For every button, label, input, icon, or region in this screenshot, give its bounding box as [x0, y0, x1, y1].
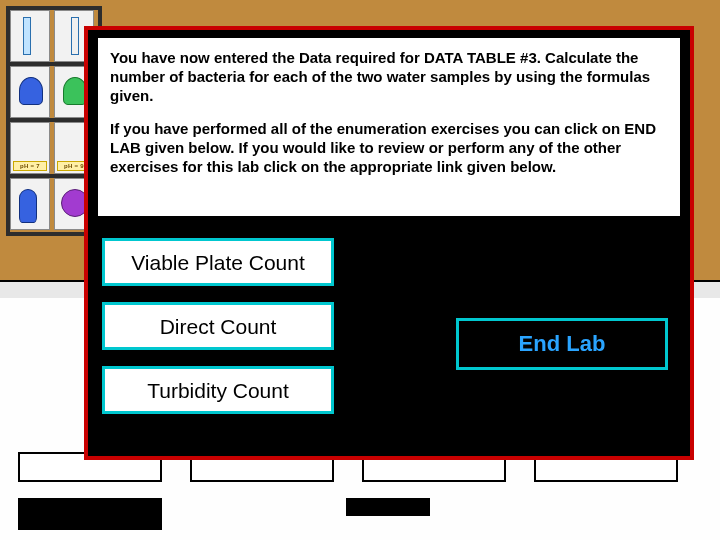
flask-blue-icon: [19, 189, 37, 223]
instruction-text-box: You have now entered the Data required f…: [98, 38, 680, 216]
test-tube-icon: [71, 17, 79, 55]
direct-count-button[interactable]: Direct Count: [102, 302, 334, 350]
graduated-cylinder-icon: [23, 17, 31, 55]
equipment-silhouette: [346, 498, 430, 516]
equipment-silhouette: [18, 498, 162, 530]
button-label: Direct Count: [160, 316, 277, 337]
button-label: End Lab: [519, 333, 606, 355]
viable-plate-count-button[interactable]: Viable Plate Count: [102, 238, 334, 286]
instruction-paragraph-2: If you have performed all of the enumera…: [110, 119, 668, 176]
button-label: Viable Plate Count: [131, 252, 305, 273]
instruction-paragraph-1: You have now entered the Data required f…: [110, 48, 668, 105]
ph-label: pH = 7: [13, 161, 47, 171]
instruction-panel: You have now entered the Data required f…: [84, 26, 694, 460]
button-label: Turbidity Count: [147, 380, 289, 401]
flask-blue-icon: [19, 77, 43, 105]
exercise-links-column: Viable Plate Count Direct Count Turbidit…: [102, 238, 358, 430]
turbidity-count-button[interactable]: Turbidity Count: [102, 366, 334, 414]
end-lab-button[interactable]: End Lab: [456, 318, 668, 370]
